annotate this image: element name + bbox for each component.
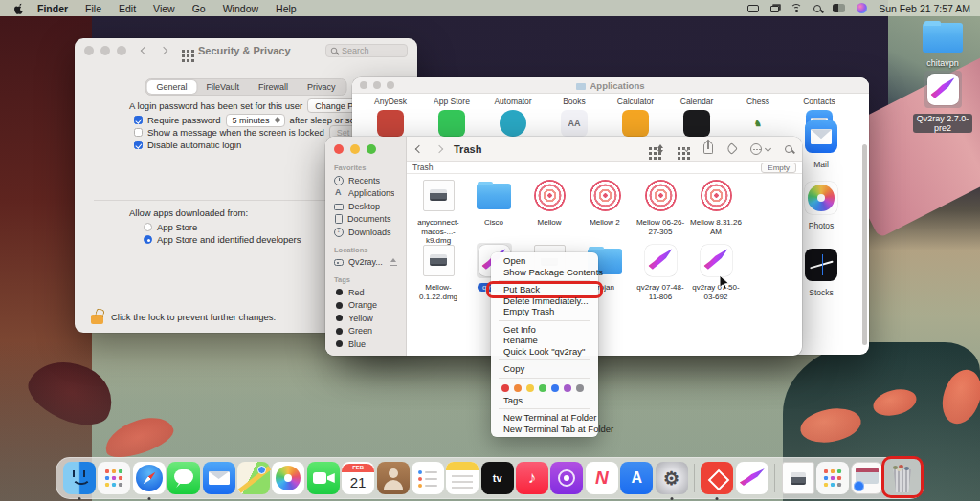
checkbox[interactable]: [134, 116, 143, 124]
scrollbar[interactable]: [862, 144, 867, 345]
forward-button[interactable]: [435, 144, 443, 152]
app-icon[interactable]: AA: [561, 110, 588, 137]
tag-color-swatch[interactable]: [526, 384, 534, 392]
desktop-icon-qv2ray[interactable]: Qv2ray 2.7.0-pre2: [913, 71, 972, 135]
app-icon[interactable]: [500, 110, 526, 137]
app-icon[interactable]: ♞: [745, 110, 771, 137]
app-icon[interactable]: [622, 110, 649, 137]
minimize-button[interactable]: [100, 46, 110, 55]
show-all-icon[interactable]: [182, 50, 185, 53]
file-item-qv2ray-07-48-11-806[interactable]: qv2ray 07-48-11-806: [633, 243, 688, 301]
siri-icon[interactable]: [857, 3, 867, 13]
sidebar-item-green[interactable]: Green: [334, 325, 406, 338]
dock-appsfolder[interactable]: [816, 462, 849, 494]
dock-appstore[interactable]: A: [620, 462, 653, 494]
dock-screenshots[interactable]: [851, 462, 883, 494]
menu-clock[interactable]: Sun Feb 21 7:57 AM: [879, 3, 970, 14]
dock-music[interactable]: ♪: [516, 462, 548, 494]
dock-sysprefs[interactable]: ⚙: [656, 462, 688, 494]
sidebar-item-downloads[interactable]: Downloads: [334, 226, 406, 239]
dock-notes[interactable]: [446, 462, 479, 494]
menu-item-open[interactable]: Open: [491, 255, 598, 267]
dock-calendar[interactable]: FEB21: [342, 462, 374, 494]
app-icon[interactable]: [683, 110, 710, 137]
file-item-mellow-8-31-26-am[interactable]: Mellow 8.31.26 AM: [688, 178, 744, 236]
dock-finder[interactable]: [63, 462, 96, 494]
dock-facetime[interactable]: [307, 462, 340, 494]
dock-tv[interactable]: tv: [481, 462, 514, 494]
desktop-icon-chitavpn[interactable]: chitavpn: [913, 23, 972, 68]
wifi-icon[interactable]: [791, 4, 802, 12]
dock-messages[interactable]: [167, 462, 200, 494]
back-button[interactable]: [415, 144, 423, 152]
app-label-contacts[interactable]: Contacts: [789, 97, 850, 106]
close-button[interactable]: [334, 144, 344, 154]
sidebar-item-red[interactable]: Red: [334, 286, 406, 299]
zoom-button[interactable]: [117, 46, 126, 55]
app-label-automator[interactable]: Automator: [482, 97, 544, 106]
dock-reminders[interactable]: [412, 462, 444, 494]
menu-item-empty-trash[interactable]: Empty Trash: [491, 306, 598, 317]
app-label-calendar[interactable]: Calendar: [666, 97, 727, 106]
dock-podcasts[interactable]: [550, 462, 583, 494]
menu-item-new-terminal-tab-at-folder[interactable]: New Terminal Tab at Folder: [491, 424, 598, 435]
dock-news[interactable]: N: [586, 462, 618, 494]
dock-photos[interactable]: [272, 462, 304, 494]
sidebar-item-qv2ray-[interactable]: Qv2ray...: [334, 256, 406, 270]
app-label-app-store[interactable]: App Store: [421, 97, 482, 106]
file-item-qv2ray-07-50-03-692[interactable]: qv2ray 07-50-03-692: [688, 243, 744, 301]
app-label-calculator[interactable]: Calculator: [605, 97, 666, 106]
dock-safari[interactable]: [133, 462, 166, 494]
switch-icon[interactable]: [833, 4, 845, 12]
share-button[interactable]: [703, 143, 713, 154]
radio-button[interactable]: [144, 235, 152, 244]
search-icon[interactable]: [813, 5, 821, 12]
menu-item-go[interactable]: Go: [192, 3, 206, 14]
menu-item-edit[interactable]: Edit: [119, 3, 136, 14]
file-item-mellow-2[interactable]: Mellow 2: [577, 178, 633, 228]
file-item-mellow[interactable]: Mellow: [522, 178, 577, 228]
dock-trash[interactable]: [886, 462, 919, 494]
tab-privacy[interactable]: Privacy: [298, 80, 345, 94]
apple-menu[interactable]: [8, 2, 29, 14]
tag-color-swatch[interactable]: [501, 384, 509, 392]
tab-general[interactable]: General: [147, 80, 197, 94]
back-button[interactable]: [141, 47, 148, 54]
eject-icon[interactable]: [390, 258, 398, 266]
radio-button[interactable]: [144, 223, 152, 231]
app-label-anydesk[interactable]: AnyDesk: [360, 97, 421, 106]
file-item-mellow-06-26-27-305[interactable]: Mellow 06-26-27-305: [633, 178, 688, 236]
window-controls[interactable]: [334, 144, 406, 154]
menu-item-delete-immediately-[interactable]: Delete Immediately...: [491, 295, 598, 307]
display-icon[interactable]: [747, 5, 759, 12]
menu-item-help[interactable]: Help: [276, 3, 297, 14]
mission-control-icon[interactable]: [770, 6, 779, 12]
group-button[interactable]: [678, 146, 689, 151]
interval-dropdown[interactable]: 5 minutes: [226, 114, 285, 127]
sidebar-item-orange[interactable]: Orange: [334, 299, 406, 313]
checkbox[interactable]: [134, 128, 143, 137]
unlocked-padlock-icon[interactable]: [91, 315, 103, 324]
file-item-cisco[interactable]: Cisco: [466, 178, 522, 228]
tag-color-swatch[interactable]: [539, 384, 546, 392]
tag-color-swatch[interactable]: [551, 384, 559, 392]
dock-maps[interactable]: [237, 462, 270, 494]
sidebar-item-yellow[interactable]: Yellow: [334, 312, 406, 325]
menu-item-view[interactable]: View: [153, 3, 175, 14]
tab-filevault[interactable]: FileVault: [197, 80, 249, 94]
tag-color-swatch[interactable]: [564, 384, 571, 392]
sidebar-item-desktop[interactable]: Desktop: [334, 200, 406, 213]
dock-launchpad[interactable]: [98, 462, 130, 494]
sidebar-item-blue[interactable]: Blue: [334, 338, 406, 351]
dock-contacts[interactable]: [377, 462, 410, 494]
menu-item-tags-[interactable]: Tags...: [491, 395, 598, 406]
close-button[interactable]: [84, 46, 94, 55]
file-item-mellow-0-1-22-dmg[interactable]: Mellow-0.1.22.dmg: [411, 243, 466, 301]
more-button[interactable]: [750, 143, 770, 155]
dock-qv2ray[interactable]: [736, 462, 768, 494]
sidebar-item-documents[interactable]: Documents: [334, 213, 406, 227]
menu-item-file[interactable]: File: [85, 3, 101, 14]
file-item-anyconnect-macos-k9-dmg[interactable]: anyconnect-macos-...-k9.dmg: [411, 178, 466, 246]
menu-item-get-info[interactable]: Get Info: [491, 324, 598, 336]
menu-app-name[interactable]: Finder: [37, 3, 68, 14]
